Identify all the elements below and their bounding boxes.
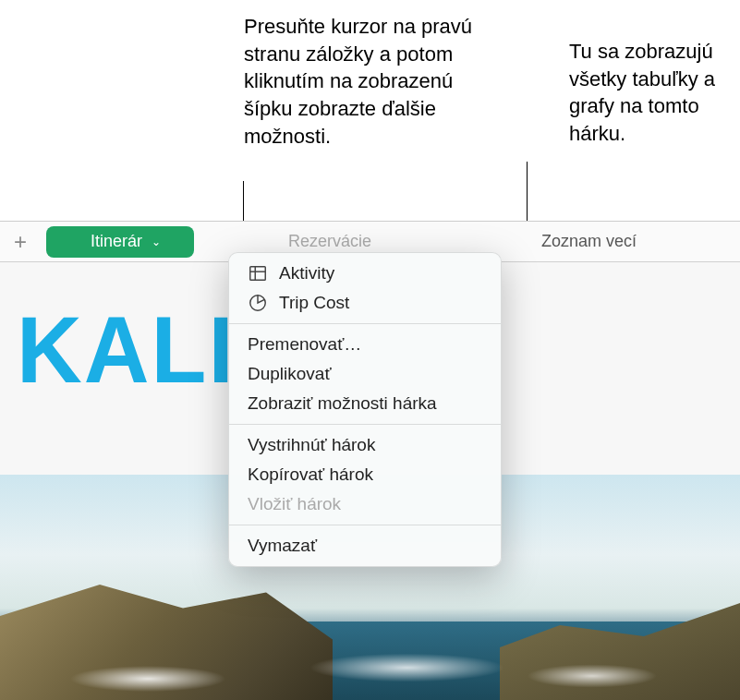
tab-label: Rezervácie bbox=[288, 232, 371, 251]
sheet-context-menu: Aktivity Trip Cost Premenovať… Duplikova… bbox=[228, 252, 502, 567]
menu-item-vlozit: Vložiť hárok bbox=[229, 489, 501, 519]
sheet-tab-zoznam-veci[interactable]: Zoznam vecí bbox=[521, 226, 657, 258]
menu-item-label: Vystrihnúť hárok bbox=[248, 435, 375, 455]
menu-item-kopirovat[interactable]: Kopírovať hárok bbox=[229, 460, 501, 489]
menu-item-duplikovat[interactable]: Duplikovať bbox=[229, 359, 501, 389]
menu-separator bbox=[229, 424, 501, 425]
document-title-text: KALI bbox=[17, 295, 236, 404]
table-icon bbox=[248, 263, 268, 284]
callout-sheet-objects: Tu sa zobrazujú všetky tabuľky a grafy n… bbox=[569, 38, 740, 148]
sheet-tab-itinerar[interactable]: Itinerár ⌄ bbox=[46, 226, 194, 258]
menu-separator bbox=[229, 323, 501, 324]
callout-tab-options: Presuňte kurzor na pravú stranu záložky … bbox=[244, 13, 493, 150]
tab-label: Itinerár bbox=[91, 232, 142, 251]
menu-item-premenovat[interactable]: Premenovať… bbox=[229, 330, 501, 359]
menu-item-label: Vložiť hárok bbox=[248, 494, 341, 514]
tab-label: Zoznam vecí bbox=[541, 232, 637, 251]
plus-icon: + bbox=[14, 229, 27, 255]
add-sheet-button[interactable]: + bbox=[0, 222, 41, 262]
menu-item-vystrihnut[interactable]: Vystrihnúť hárok bbox=[229, 430, 501, 460]
svg-rect-0 bbox=[250, 267, 266, 281]
menu-item-label: Premenovať… bbox=[248, 334, 361, 355]
pie-chart-icon bbox=[248, 293, 268, 313]
menu-item-vymazat[interactable]: Vymazať bbox=[229, 531, 501, 561]
menu-item-label: Duplikovať bbox=[248, 364, 332, 384]
menu-item-label: Kopírovať hárok bbox=[248, 465, 373, 485]
menu-item-aktivity[interactable]: Aktivity bbox=[229, 259, 501, 288]
menu-item-label: Aktivity bbox=[279, 263, 334, 284]
menu-item-zobrazit-moznosti[interactable]: Zobraziť možnosti hárka bbox=[229, 389, 501, 418]
menu-item-label: Trip Cost bbox=[279, 293, 349, 313]
menu-item-trip-cost[interactable]: Trip Cost bbox=[229, 288, 501, 318]
menu-item-label: Vymazať bbox=[248, 536, 317, 556]
menu-item-label: Zobraziť možnosti hárka bbox=[248, 393, 437, 414]
menu-separator bbox=[229, 525, 501, 525]
chevron-down-icon: ⌄ bbox=[152, 235, 161, 248]
